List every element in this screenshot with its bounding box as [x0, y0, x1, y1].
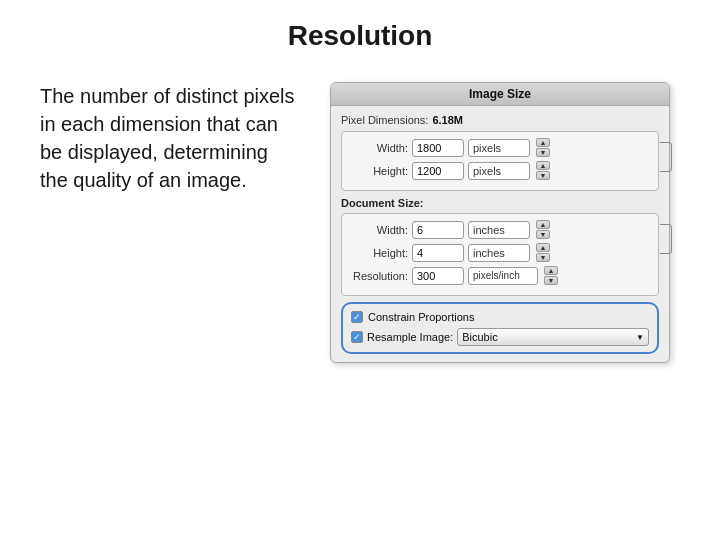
pixel-dim-value: 6.18M: [432, 114, 463, 126]
description-text: The number of distinct pixels in each di…: [40, 82, 300, 194]
doc-width-unit: inches: [468, 221, 530, 239]
constrain-proportions-label: Constrain Proportions: [368, 311, 474, 323]
pixel-height-input[interactable]: [412, 162, 464, 180]
page-title: Resolution: [40, 20, 680, 52]
pixel-height-up[interactable]: ▲: [536, 161, 550, 170]
pixel-dim-label: Pixel Dimensions:: [341, 114, 428, 126]
pixel-section: Width: pixels ▲ ▼ Height: pixels: [341, 131, 659, 191]
pixel-height-row: Height: pixels ▲ ▼: [350, 161, 650, 180]
doc-width-label: Width:: [350, 224, 408, 236]
pixel-width-down[interactable]: ▼: [536, 148, 550, 157]
doc-height-row: Height: inches ▲ ▼: [350, 243, 650, 262]
page: Resolution The number of distinct pixels…: [0, 0, 720, 540]
resample-row: ✓ Resample Image: Bicubic ▼: [345, 326, 655, 348]
doc-height-unit: inches: [468, 244, 530, 262]
resolution-input[interactable]: [412, 267, 464, 285]
panel-body: Pixel Dimensions: 6.18M Width: pixels ▲ …: [331, 106, 669, 362]
pixel-link-bracket: [660, 142, 672, 172]
doc-height-input[interactable]: [412, 244, 464, 262]
pixel-height-down[interactable]: ▼: [536, 171, 550, 180]
resample-checkbox[interactable]: ✓: [351, 331, 363, 343]
pixel-height-unit: pixels: [468, 162, 530, 180]
doc-height-label: Height:: [350, 247, 408, 259]
resolution-unit: pixels/inch: [468, 267, 538, 285]
pixel-width-up[interactable]: ▲: [536, 138, 550, 147]
content-row: The number of distinct pixels in each di…: [40, 82, 680, 363]
doc-link-bracket: [660, 224, 672, 254]
resolution-up[interactable]: ▲: [544, 266, 558, 275]
doc-width-up[interactable]: ▲: [536, 220, 550, 229]
doc-height-down[interactable]: ▼: [536, 253, 550, 262]
panel-title: Image Size: [331, 83, 669, 106]
pixel-width-unit: pixels: [468, 139, 530, 157]
pixel-dimensions-row: Pixel Dimensions: 6.18M: [341, 114, 659, 126]
resolution-down[interactable]: ▼: [544, 276, 558, 285]
pixel-width-label: Width:: [350, 142, 408, 154]
pixel-width-row: Width: pixels ▲ ▼: [350, 138, 650, 157]
doc-width-down[interactable]: ▼: [536, 230, 550, 239]
resolution-stepper[interactable]: ▲ ▼: [544, 266, 558, 285]
document-section: Width: inches ▲ ▼ Height: inches: [341, 213, 659, 296]
doc-width-stepper[interactable]: ▲ ▼: [536, 220, 550, 239]
doc-width-row: Width: inches ▲ ▼: [350, 220, 650, 239]
pixel-height-label: Height:: [350, 165, 408, 177]
pixel-width-stepper[interactable]: ▲ ▼: [536, 138, 550, 157]
checkboxes-section: ✓ Constrain Proportions ✓ Resample Image…: [341, 302, 659, 354]
pixel-height-stepper[interactable]: ▲ ▼: [536, 161, 550, 180]
pixel-width-input[interactable]: [412, 139, 464, 157]
resample-value: Bicubic: [462, 331, 497, 343]
doc-height-up[interactable]: ▲: [536, 243, 550, 252]
doc-width-input[interactable]: [412, 221, 464, 239]
resample-label: Resample Image:: [367, 331, 453, 343]
resolution-label: Resolution:: [350, 270, 408, 282]
resolution-row: Resolution: pixels/inch ▲ ▼: [350, 266, 650, 285]
resample-dropdown[interactable]: Bicubic ▼: [457, 328, 649, 346]
document-size-label: Document Size:: [341, 197, 659, 209]
dropdown-arrow-icon: ▼: [636, 333, 644, 342]
doc-height-stepper[interactable]: ▲ ▼: [536, 243, 550, 262]
constrain-proportions-row: ✓ Constrain Proportions: [345, 308, 655, 326]
image-size-panel: Image Size Pixel Dimensions: 6.18M Width…: [330, 82, 670, 363]
constrain-proportions-checkbox[interactable]: ✓: [351, 311, 363, 323]
